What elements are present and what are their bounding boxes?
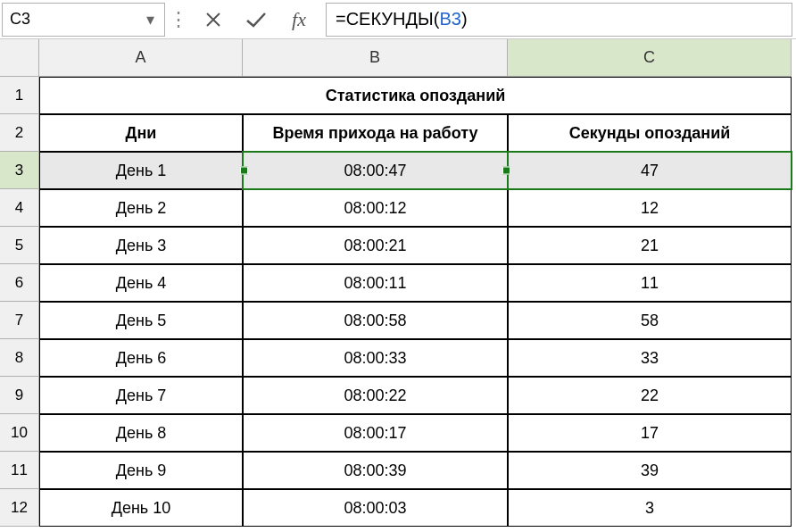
cell-B9[interactable]: 08:00:22	[243, 377, 508, 414]
cell-A10[interactable]: День 8	[39, 414, 243, 452]
cell-C6[interactable]: 11	[508, 264, 792, 302]
formula-input[interactable]: =СЕКУНДЫ(B3)	[326, 3, 792, 37]
formula-suffix: )	[461, 9, 468, 29]
name-box-dropdown-icon[interactable]: ▾	[143, 12, 157, 27]
name-box-text: C3	[10, 10, 143, 29]
col-header-A[interactable]: A	[39, 39, 243, 77]
cell-B6[interactable]: 08:00:11	[243, 264, 508, 302]
cell-A11[interactable]: День 9	[39, 452, 243, 489]
cell-C11[interactable]: 39	[508, 452, 792, 489]
cell-C4[interactable]: 12	[508, 189, 792, 227]
cell-A6[interactable]: День 4	[39, 264, 243, 302]
formula-bar: C3 ▾ ⋮ fx =СЕКУНДЫ(B3)	[0, 0, 796, 39]
cell-B8[interactable]: 08:00:33	[243, 339, 508, 377]
row-header-10[interactable]: 10	[0, 414, 39, 452]
cell-C2[interactable]: Секунды опозданий	[508, 114, 792, 152]
row-header-6[interactable]: 6	[0, 264, 39, 302]
row-header-5[interactable]: 5	[0, 227, 39, 264]
col-header-B[interactable]: B	[243, 39, 508, 77]
row-header-7[interactable]: 7	[0, 302, 39, 339]
select-all-corner[interactable]	[0, 39, 39, 77]
cell-B5[interactable]: 08:00:21	[243, 227, 508, 264]
title-cell[interactable]: Статистика опозданий	[39, 77, 792, 114]
row-header-11[interactable]: 11	[0, 452, 39, 489]
row-header-9[interactable]: 9	[0, 377, 39, 414]
cell-A3[interactable]: День 1	[39, 152, 243, 189]
cell-C8[interactable]: 33	[508, 339, 792, 377]
row-header-1[interactable]: 1	[0, 77, 39, 114]
row-header-3[interactable]: 3	[0, 152, 39, 189]
cell-B12[interactable]: 08:00:03	[243, 489, 508, 527]
formula-prefix: =СЕКУНДЫ(	[336, 9, 439, 29]
cell-B2[interactable]: Время прихода на работу	[243, 114, 508, 152]
cancel-icon	[203, 10, 223, 29]
cell-C7[interactable]: 58	[508, 302, 792, 339]
cell-B4[interactable]: 08:00:12	[243, 189, 508, 227]
cell-A2[interactable]: Дни	[39, 114, 243, 152]
enter-button[interactable]	[235, 3, 278, 37]
cell-A5[interactable]: День 3	[39, 227, 243, 264]
cell-B11[interactable]: 08:00:39	[243, 452, 508, 489]
cell-A7[interactable]: День 5	[39, 302, 243, 339]
cell-A9[interactable]: День 7	[39, 377, 243, 414]
row-header-4[interactable]: 4	[0, 189, 39, 227]
cell-C12[interactable]: 3	[508, 489, 792, 527]
cell-A4[interactable]: День 2	[39, 189, 243, 227]
cell-C10[interactable]: 17	[508, 414, 792, 452]
name-box[interactable]: C3 ▾	[2, 3, 165, 37]
insert-function-button[interactable]: fx	[278, 3, 320, 37]
spreadsheet-grid[interactable]: A B C 1 Статистика опозданий 2 Дни Время…	[0, 39, 796, 527]
cell-A8[interactable]: День 6	[39, 339, 243, 377]
checkmark-icon	[245, 10, 268, 29]
row-header-8[interactable]: 8	[0, 339, 39, 377]
formula-ref: B3	[439, 9, 460, 29]
cell-B7[interactable]: 08:00:58	[243, 302, 508, 339]
separator-dots-icon: ⋮	[165, 8, 192, 31]
cancel-button[interactable]	[192, 3, 235, 37]
row-header-2[interactable]: 2	[0, 114, 39, 152]
cell-B10[interactable]: 08:00:17	[243, 414, 508, 452]
col-header-C[interactable]: C	[508, 39, 792, 77]
cell-C9[interactable]: 22	[508, 377, 792, 414]
cell-A12[interactable]: День 10	[39, 489, 243, 527]
cell-C5[interactable]: 21	[508, 227, 792, 264]
cell-C3[interactable]: 47	[508, 152, 792, 189]
cell-B3[interactable]: 08:00:47	[243, 152, 508, 189]
row-header-12[interactable]: 12	[0, 489, 39, 527]
fx-icon: fx	[292, 8, 306, 31]
